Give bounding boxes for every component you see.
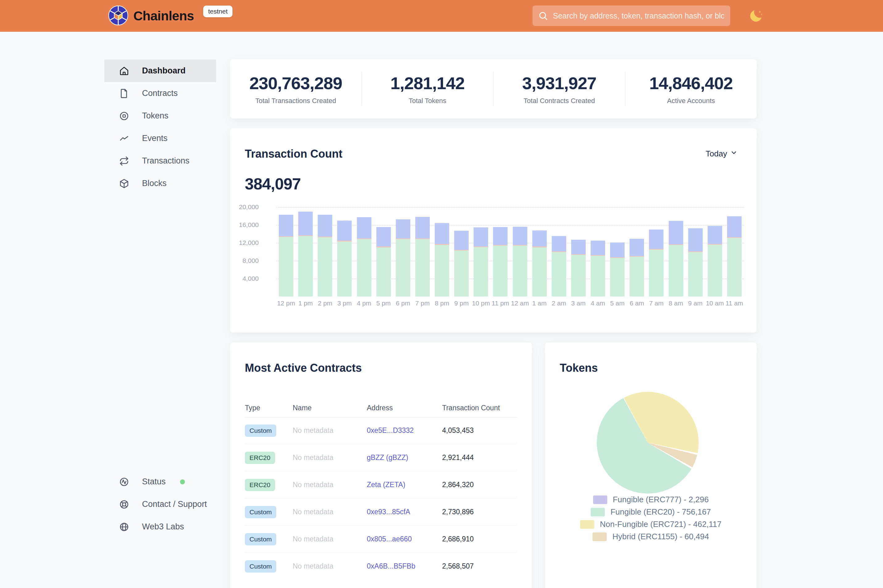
x-axis-tick: 9 pm bbox=[452, 300, 471, 307]
sidebar-footer-nav: StatusContact / SupportWeb3 Labs bbox=[104, 471, 216, 538]
date-range-label: Today bbox=[706, 149, 727, 159]
sidebar-item-label: Contracts bbox=[142, 88, 178, 98]
contract-name: No metadata bbox=[293, 481, 367, 489]
bar-segment-top-segment bbox=[396, 219, 410, 238]
legend-item-non-fungible-erc721-: Non-Fungible (ERC721) - 462,117 bbox=[545, 519, 757, 529]
contract-address-link[interactable]: Zeta (ZETA) bbox=[367, 481, 405, 489]
bar-segment-bottom-segment bbox=[337, 242, 352, 297]
bar-segment-bottom-segment bbox=[474, 247, 488, 297]
stat-label: Total Tokens bbox=[362, 97, 493, 105]
bar-segment-bottom-segment bbox=[630, 256, 644, 297]
x-axis-tick: 6 am bbox=[627, 300, 647, 307]
bar-2pm bbox=[318, 215, 332, 297]
table-row: CustomNo metadata0xe5E...D33324,053,453 bbox=[245, 417, 517, 444]
bar-12pm bbox=[279, 215, 293, 297]
bar-segment-top-segment bbox=[435, 223, 449, 244]
bar-8pm bbox=[435, 223, 449, 297]
sidebar-item-web3-labs[interactable]: Web3 Labs bbox=[104, 516, 216, 538]
contract-address-link[interactable]: gBZZ (gBZZ) bbox=[367, 453, 408, 462]
stat-total-tokens: 1,281,142Total Tokens bbox=[361, 72, 493, 106]
type-badge: Custom bbox=[245, 560, 276, 573]
bar-segment-top-segment bbox=[337, 220, 352, 241]
type-badge: ERC20 bbox=[245, 479, 275, 491]
bar-segment-bottom-segment bbox=[435, 245, 449, 297]
type-badge: Custom bbox=[245, 533, 276, 545]
bar-segment-bottom-segment bbox=[493, 246, 508, 297]
transaction-count-value: 4,053,453 bbox=[442, 426, 517, 435]
legend-swatch bbox=[593, 495, 607, 504]
bar-segment-top-segment bbox=[318, 215, 332, 237]
type-badge: Custom bbox=[245, 424, 276, 437]
contract-name: No metadata bbox=[293, 453, 367, 462]
y-axis-tick: 20,000 bbox=[222, 203, 259, 211]
contract-address-link[interactable]: 0x805...ae660 bbox=[367, 535, 412, 543]
bar-segment-bottom-segment bbox=[396, 239, 410, 297]
bar-9pm bbox=[454, 231, 469, 297]
stat-active-accounts: 14,846,402Active Accounts bbox=[625, 72, 757, 106]
column-header-name: Name bbox=[293, 404, 367, 412]
activity-icon bbox=[119, 477, 129, 487]
bar-1am bbox=[532, 231, 547, 297]
transaction-count-total: 384,097 bbox=[245, 175, 301, 193]
globe-icon bbox=[119, 522, 129, 532]
sidebar-item-label: Tokens bbox=[142, 111, 168, 121]
stat-total-transactions-created: 230,763,289Total Transactions Created bbox=[230, 72, 361, 106]
x-axis-tick: 12 pm bbox=[276, 300, 296, 307]
table-row: CustomNo metadata0xA6B...B5FBb2,568,507 bbox=[245, 553, 517, 580]
y-axis-tick: 16,000 bbox=[222, 221, 259, 229]
sidebar-item-label: Contact / Support bbox=[142, 500, 207, 509]
tokens-card: Tokens Fungible (ERC777) - 2,296Fungible… bbox=[545, 342, 757, 588]
column-header-transaction-count: Transaction Count bbox=[442, 404, 517, 412]
search-input[interactable] bbox=[533, 6, 730, 26]
transaction-count-value: 2,568,507 bbox=[442, 562, 517, 570]
bar-segment-top-segment bbox=[415, 217, 430, 238]
lifebuoy-icon bbox=[119, 500, 129, 509]
bar-4pm bbox=[357, 217, 372, 297]
testnet-badge: testnet bbox=[203, 6, 233, 17]
bar-segment-bottom-segment bbox=[727, 238, 742, 297]
sidebar-item-tokens[interactable]: Tokens bbox=[104, 105, 216, 127]
sidebar-item-contracts[interactable]: Contracts bbox=[104, 82, 216, 105]
tokens-legend: Fungible (ERC777) - 2,296Fungible (ERC20… bbox=[545, 495, 757, 542]
app-header: Chainlens testnet bbox=[0, 0, 883, 32]
contract-address-link[interactable]: 0xe93...85cfA bbox=[367, 508, 410, 516]
bar-3am bbox=[571, 240, 586, 297]
sidebar-item-label: Status bbox=[142, 477, 166, 486]
column-header-type: Type bbox=[245, 404, 293, 412]
sidebar-item-events[interactable]: Events bbox=[104, 127, 216, 150]
home-icon bbox=[119, 66, 129, 76]
x-axis-tick: 2 pm bbox=[315, 300, 335, 307]
x-axis-tick: 5 pm bbox=[374, 300, 393, 307]
transaction-count-card: Transaction Count Today 384,097 20,00016… bbox=[230, 128, 757, 333]
legend-item-hybrid-erc1155-: Hybrid (ERC1155) - 60,494 bbox=[545, 532, 757, 542]
stat-value: 1,281,142 bbox=[362, 73, 493, 93]
chainlens-logo-icon bbox=[108, 5, 128, 27]
contract-address-link[interactable]: 0xA6B...B5FBb bbox=[367, 562, 415, 570]
moon-icon[interactable] bbox=[748, 8, 764, 24]
contract-name: No metadata bbox=[293, 508, 367, 516]
sidebar-nav: DashboardContractsTokensEventsTransactio… bbox=[104, 60, 216, 195]
sidebar-item-status[interactable]: Status bbox=[104, 471, 216, 493]
bar-segment-top-segment bbox=[669, 221, 683, 244]
legend-label: Non-Fungible (ERC721) - 462,117 bbox=[600, 519, 722, 529]
sidebar-item-dashboard[interactable]: Dashboard bbox=[104, 60, 216, 82]
sidebar-item-label: Dashboard bbox=[142, 66, 185, 76]
header-search bbox=[533, 6, 730, 26]
bar-segment-top-segment bbox=[357, 217, 372, 238]
transaction-count-value: 2,686,910 bbox=[442, 535, 517, 543]
trending-icon bbox=[119, 134, 129, 144]
sidebar-item-contact-support[interactable]: Contact / Support bbox=[104, 493, 216, 516]
sidebar-item-transactions[interactable]: Transactions bbox=[104, 150, 216, 172]
sidebar-item-blocks[interactable]: Blocks bbox=[104, 172, 216, 195]
file-icon bbox=[119, 88, 129, 98]
date-range-dropdown[interactable]: Today bbox=[704, 149, 739, 159]
bar-6pm bbox=[396, 219, 410, 297]
bar-segment-bottom-segment bbox=[532, 248, 547, 297]
bar-9am bbox=[688, 228, 703, 297]
bar-segment-bottom-segment bbox=[376, 248, 391, 297]
contract-address-link[interactable]: 0xe5E...D3332 bbox=[367, 426, 414, 434]
bar-segment-bottom-segment bbox=[298, 236, 313, 297]
cube-icon bbox=[119, 178, 129, 189]
x-axis-tick: 5 am bbox=[608, 300, 627, 307]
stat-value: 14,846,402 bbox=[625, 73, 757, 93]
